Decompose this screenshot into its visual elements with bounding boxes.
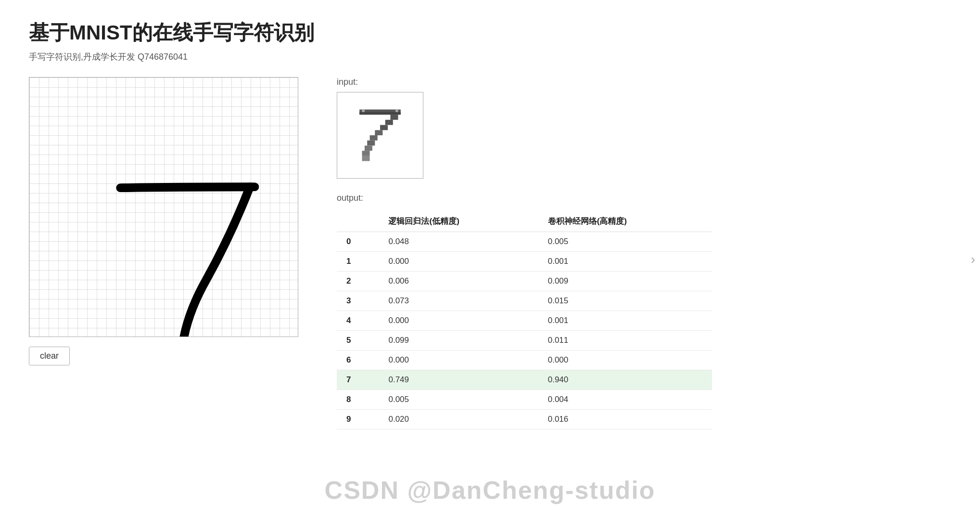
table-row: 90.0200.016 [337,410,712,429]
lr-cell: 0.048 [379,232,538,252]
table-row: 80.0050.004 [337,390,712,410]
digit-cell: 0 [337,232,379,252]
main-layout: clear input: [29,77,951,429]
cnn-cell: 0.940 [538,370,712,390]
drawing-canvas[interactable] [29,77,298,337]
table-row: 70.7490.940 [337,370,712,390]
clear-button[interactable]: clear [29,347,70,365]
left-panel: clear [29,77,298,365]
digit-cell: 5 [337,331,379,350]
chevron-right-icon[interactable]: › [971,252,975,267]
svg-rect-7 [370,135,378,141]
svg-rect-3 [390,115,398,120]
svg-rect-13 [395,109,398,112]
cnn-cell: 0.009 [538,272,712,291]
cnn-cell: 0.015 [538,291,712,311]
lr-cell: 0.020 [379,410,538,429]
svg-rect-2 [359,112,401,115]
cnn-cell: 0.016 [538,410,712,429]
lr-cell: 0.000 [379,350,538,370]
digit-cell: 3 [337,291,379,311]
svg-rect-12 [362,109,365,112]
col-cnn: 卷积神经网络(高精度) [538,211,712,232]
digit-preview-image [344,99,416,171]
table-row: 30.0730.015 [337,291,712,311]
page-subtitle: 手写字符识别,丹成学长开发 Q746876041 [29,51,951,63]
right-panel: input: [337,77,951,429]
digit-cell: 2 [337,272,379,291]
digit-cell: 8 [337,390,379,410]
output-label: output: [337,193,951,203]
cnn-cell: 0.005 [538,232,712,252]
svg-rect-8 [367,141,375,146]
watermark: CSDN @DanCheng-studio [325,476,656,505]
lr-cell: 0.006 [379,272,538,291]
svg-rect-6 [375,130,382,135]
page-title: 基于MNIST的在线手写字符识别 [29,19,951,46]
cnn-cell: 0.001 [538,252,712,272]
table-row: 50.0990.011 [337,331,712,350]
table-row: 20.0060.009 [337,272,712,291]
table-row: 10.0000.001 [337,252,712,272]
col-digit [337,211,379,232]
lr-cell: 0.005 [379,390,538,410]
cnn-cell: 0.001 [538,311,712,331]
col-lr: 逻辑回归法(低精度) [379,211,538,232]
table-row: 60.0000.000 [337,350,712,370]
digit-cell: 6 [337,350,379,370]
svg-rect-10 [362,151,370,156]
lr-cell: 0.000 [379,311,538,331]
output-table: 逻辑回归法(低精度) 卷积神经网络(高精度) 00.0480.00510.000… [337,211,712,429]
svg-rect-9 [365,145,372,151]
input-label: input: [337,77,951,87]
input-image-box [337,92,423,179]
digit-drawing [29,78,298,337]
digit-cell: 7 [337,370,379,390]
svg-rect-11 [362,156,370,161]
table-row: 00.0480.005 [337,232,712,252]
page-wrapper: 基于MNIST的在线手写字符识别 手写字符识别,丹成学长开发 Q74687604… [0,0,980,519]
digit-cell: 9 [337,410,379,429]
lr-cell: 0.000 [379,252,538,272]
svg-rect-4 [385,120,393,125]
lr-cell: 0.749 [379,370,538,390]
digit-cell: 1 [337,252,379,272]
lr-cell: 0.099 [379,331,538,350]
cnn-cell: 0.000 [538,350,712,370]
digit-cell: 4 [337,311,379,331]
table-row: 40.0000.001 [337,311,712,331]
svg-rect-5 [380,125,388,130]
cnn-cell: 0.011 [538,331,712,350]
lr-cell: 0.073 [379,291,538,311]
cnn-cell: 0.004 [538,390,712,410]
